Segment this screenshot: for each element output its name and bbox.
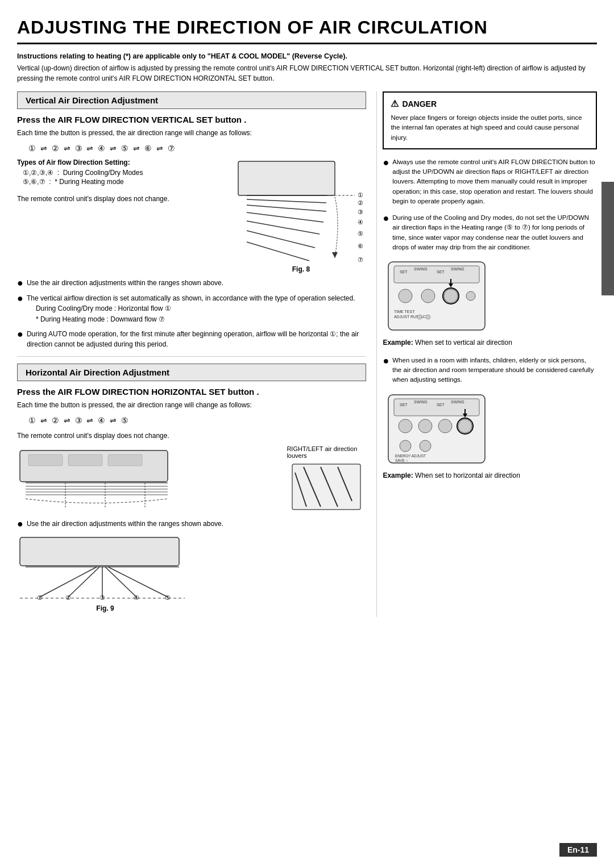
svg-text:⑤: ⑤ [165,594,171,601]
indent-list: During Cooling/Dry mode : Horizontal flo… [36,303,355,325]
right-bullet-list: ● Always use the remote control unit's A… [383,157,597,252]
svg-text:⑥: ⑥ [358,243,363,249]
svg-line-2 [247,199,326,203]
page: ADJUSTING THE DIRECTION OF AIR CIRCULATI… [0,0,614,868]
types-label: Types of Air flow Direction Setting: [17,158,230,166]
svg-point-72 [458,419,472,433]
airflow-type-1: ⑤,⑥,⑦ : * During Heating mode [23,178,230,186]
horizontal-bullet-list: ● Use the air direction adjustments with… [17,519,366,530]
vertical-bullet-1: ● The vertical airflow direction is set … [17,293,366,325]
vertical-bullet-list: ● Use the air direction adjustments with… [17,278,366,349]
danger-text: Never place fingers or foreign objects i… [391,113,589,143]
horizontal-numbered-diagram: ① ② ③ ④ ⑤ [17,535,193,612]
svg-point-59 [417,315,422,319]
remote-horizontal-example: SET SWING SET SWING ENERGY ADJUST SAVE ○ [383,392,597,468]
horizontal-arrow-sequence: ① ⇌ ② ⇌ ③ ⇌ ④ ⇌ ⑤ [28,416,366,425]
svg-line-7 [247,242,309,261]
side-tab [601,182,614,295]
vertical-subsection-title: Press the AIR FLOW DIRECTION VERTICAL SE… [17,115,366,124]
vertical-section-header: Vertical Air Direction Adjustment [17,91,366,109]
svg-text:②: ② [358,199,363,206]
example-vertical-caption: Example: When set to vertical air direct… [383,338,597,348]
svg-text:①: ① [358,191,363,198]
warning-icon: ⚠ [391,98,399,109]
svg-point-74 [420,440,431,452]
svg-line-5 [247,221,320,234]
svg-text:③: ③ [358,208,363,215]
svg-text:②: ② [65,594,71,601]
fig8-label: Fig. 8 [235,265,366,273]
bullet-dot-2: ● [17,329,23,340]
right-bullet-2: ● When used in a room with infants, chil… [383,356,597,385]
svg-text:①: ① [37,594,43,601]
svg-text:④: ④ [134,594,139,601]
svg-rect-48 [394,266,479,283]
svg-point-70 [418,419,432,433]
svg-text:SWING: SWING [451,400,464,404]
svg-line-44 [108,567,168,597]
right-bullet-1: ● During use of the Cooling and Dry mode… [383,213,597,252]
svg-point-54 [421,289,435,303]
horizontal-bullet-0: ● Use the air direction adjustments with… [17,519,366,530]
svg-text:SET: SET [437,270,445,274]
example-horizontal-caption: Example: When set to horizontal air dire… [383,471,597,481]
svg-text:SET: SET [400,403,408,407]
rbullet-dot-2: ● [383,356,389,367]
rbullet-dot-0: ● [383,157,389,169]
rbullet-dot-1: ● [383,213,389,224]
vertical-bullet-0: ● Use the air direction adjustments with… [17,278,366,289]
svg-rect-29 [292,464,360,510]
svg-text:SAVE      ○: SAVE ○ [395,458,408,462]
svg-text:④: ④ [358,219,363,226]
horizontal-remote-note: The remote control unit's display does n… [17,431,366,441]
left-column: Vertical Air Direction Adjustment Press … [17,91,376,617]
vertical-intro-text: Each time the button is pressed, the air… [17,128,366,138]
svg-point-69 [399,419,412,433]
svg-rect-23 [28,454,63,466]
fig9-label: Fig. 9 [17,604,193,612]
horizontal-bottom-figs: ① ② ③ ④ ⑤ [17,535,366,612]
svg-rect-25 [108,454,142,466]
svg-line-36 [40,567,97,597]
svg-line-3 [247,205,326,211]
page-number: En-11 [559,843,597,857]
svg-text:SWING: SWING [414,267,428,271]
vertical-arrow-sequence: ① ⇌ ② ⇌ ③ ⇌ ④ ⇌ ⑤ ⇌ ⑥ ⇌ ⑦ [28,144,366,153]
horizontal-figs: RIGHT/LEFT air direction louvers [17,445,366,514]
svg-line-38 [68,567,99,597]
svg-rect-0 [238,161,335,195]
svg-point-71 [438,419,452,433]
svg-marker-16 [332,252,338,258]
airflow-type-0: ①,②,③,④ : During Cooling/Dry Modes [23,169,230,177]
svg-text:ENERGY ADJUST: ENERGY ADJUST [395,454,426,458]
right-column: ⚠ DANGER Never place fingers or foreign … [376,91,597,617]
svg-text:⑦: ⑦ [358,256,363,263]
svg-point-56 [466,291,475,301]
intro-bold: Instructions relating to heating (*) are… [17,52,597,60]
bullet-dot-0: ● [17,278,23,289]
louver-label: RIGHT/LEFT air direction louvers [287,445,366,459]
danger-box: ⚠ DANGER Never place fingers or foreign … [383,91,597,149]
svg-line-42 [105,567,136,597]
horizontal-intro-text: Each time the button is pressed, the air… [17,400,366,410]
svg-text:SWING: SWING [414,400,428,404]
svg-point-55 [444,289,458,303]
fig8-diagram: ① ② ③ ④ ⑤ ⑥ ⑦ Fig. 8 [235,158,366,273]
indent-item-1: * During Heating mode : Downward flow ⑦ [36,314,355,325]
main-content: Vertical Air Direction Adjustment Press … [17,91,597,617]
horizontal-subsection-title: Press the AIR FLOW DIRECTION HORIZONTAL … [17,387,366,397]
right-bullet-0: ● Always use the remote control unit's A… [383,157,597,206]
horizontal-section-header: Horizontal Air Direction Adjustment [17,364,366,381]
bullet-dot-1: ● [17,293,23,304]
svg-rect-64 [394,399,479,416]
horizontal-ac-diagram [17,448,277,512]
svg-rect-24 [68,454,102,466]
intro-text: Vertical (up-down) direction of airflow … [17,63,597,84]
svg-point-60 [426,315,430,319]
danger-title: ⚠ DANGER [391,98,589,109]
svg-line-4 [247,212,323,222]
svg-text:SET: SET [437,403,445,407]
svg-text:SET: SET [400,270,408,274]
svg-text:ADJUST RUN  ACL: ADJUST RUN ACL [394,315,428,319]
svg-text:⑤: ⑤ [358,230,363,237]
